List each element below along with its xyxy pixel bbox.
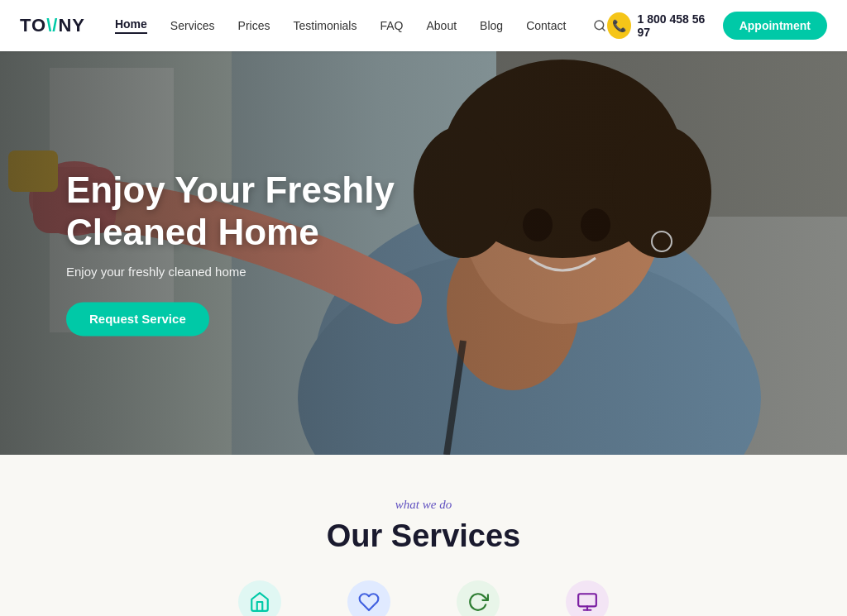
hero-cta-button[interactable]: Request Service <box>66 303 209 337</box>
phone-icon: 📞 <box>607 12 630 39</box>
logo-text-end: NY <box>58 15 85 36</box>
nav-link-blog[interactable]: Blog <box>480 19 503 32</box>
search-icon[interactable] <box>592 18 607 33</box>
service-icon-cleaning <box>238 580 281 616</box>
nav-links: Home Services Prices Testimonials FAQ Ab… <box>115 17 607 34</box>
hero-subtitle: Enjoy your freshly cleaned home <box>66 265 414 279</box>
nav-link-faq[interactable]: FAQ <box>380 19 403 32</box>
logo-text: TO <box>20 15 46 36</box>
hero-section: Enjoy Your Freshly Cleaned Home Enjoy yo… <box>0 51 847 455</box>
nav-link-prices[interactable]: Prices <box>238 19 270 32</box>
logo[interactable]: TO\/NY <box>20 15 85 36</box>
svg-line-1 <box>602 28 605 31</box>
service-item-4[interactable] <box>566 580 609 616</box>
service-item-1[interactable] <box>238 580 281 616</box>
hero-content: Enjoy Your Freshly Cleaned Home Enjoy yo… <box>66 170 414 336</box>
nav-link-services[interactable]: Services <box>170 19 215 32</box>
service-item-2[interactable] <box>347 580 390 616</box>
appointment-button[interactable]: Appointment <box>723 12 827 40</box>
services-section: what we do Our Services <box>0 455 847 616</box>
navbar: TO\/NY Home Services Prices Testimonials… <box>0 0 847 51</box>
service-item-3[interactable] <box>457 580 500 616</box>
phone-block: 📞 1 800 458 56 97 <box>607 12 711 39</box>
nav-link-testimonials[interactable]: Testimonials <box>293 19 357 32</box>
service-icon-eco <box>457 580 500 616</box>
nav-link-about[interactable]: About <box>427 19 457 32</box>
logo-slash: \/ <box>46 15 58 36</box>
nav-right: 📞 1 800 458 56 97 Appointment <box>607 12 827 40</box>
hero-title: Enjoy Your Freshly Cleaned Home <box>66 170 414 253</box>
service-icon-laundry <box>347 580 390 616</box>
services-title: Our Services <box>20 518 827 554</box>
phone-number: 1 800 458 56 97 <box>638 12 711 39</box>
services-subtitle: what we do <box>20 498 827 512</box>
service-icon-building <box>566 580 609 616</box>
nav-link-home[interactable]: Home <box>115 17 147 34</box>
svg-rect-20 <box>578 594 596 606</box>
nav-link-contact[interactable]: Contact <box>526 19 566 32</box>
services-icons-row <box>20 580 827 616</box>
